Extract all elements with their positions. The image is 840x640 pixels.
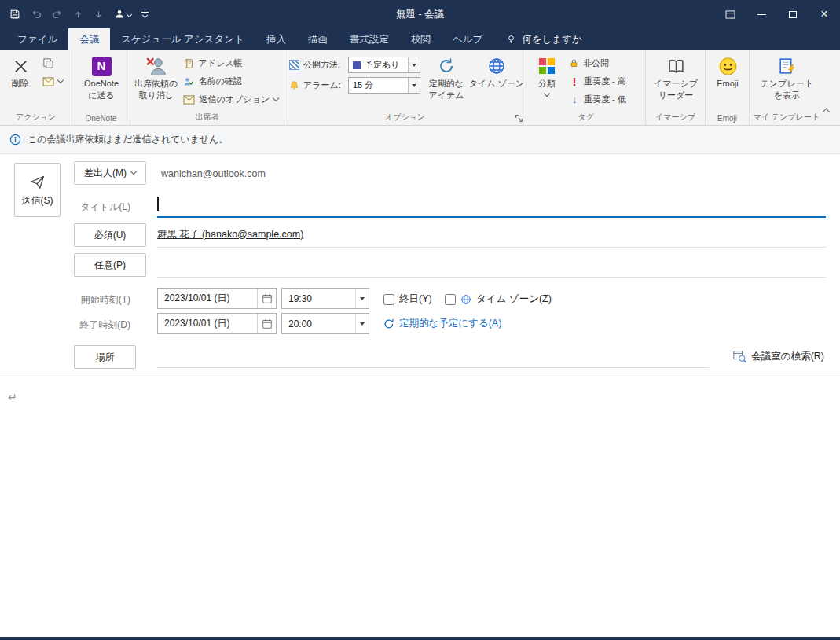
send-button[interactable]: 送信(S) bbox=[14, 163, 61, 217]
required-attendees-field[interactable]: 舞黒 花子 (hanako@sample.com) bbox=[157, 222, 826, 248]
close-icon: × bbox=[820, 8, 827, 20]
view-templates-button[interactable]: テンプレート を表示 bbox=[753, 53, 821, 101]
window-display-options-button[interactable] bbox=[714, 0, 746, 28]
tab-meeting[interactable]: 会議 bbox=[68, 28, 110, 50]
contact-button[interactable] bbox=[114, 9, 131, 20]
info-icon bbox=[9, 134, 21, 145]
tell-me-label: 何をしますか bbox=[522, 33, 581, 46]
chevron-down-icon bbox=[127, 11, 132, 17]
attendee-chip[interactable]: 舞黒 花子 (hanako@sample.com) bbox=[157, 228, 303, 241]
room-finder-icon bbox=[732, 349, 746, 363]
meeting-form: 送信(S) 差出人(M) wanichan@outlook.com タイトル(L… bbox=[0, 154, 840, 373]
arrow-down-icon bbox=[94, 9, 104, 20]
arrow-up-button[interactable] bbox=[73, 9, 83, 20]
save-button[interactable] bbox=[9, 9, 20, 20]
tab-review[interactable]: 校閲 bbox=[400, 28, 442, 50]
immersive-reader-button[interactable]: イマーシブ リーダー bbox=[649, 53, 702, 101]
ribbon-tabs: ファイル 会議 スケジュール アシスタント 挿入 描画 書式設定 校閲 ヘルプ … bbox=[0, 28, 840, 50]
immersive-reader-icon bbox=[666, 54, 686, 78]
forward-button[interactable] bbox=[39, 73, 66, 90]
maximize-icon bbox=[789, 11, 797, 18]
arrow-down-button[interactable] bbox=[94, 9, 104, 20]
response-options-button[interactable]: 返信のオプション bbox=[180, 91, 281, 108]
paragraph-return-mark: ↵ bbox=[8, 391, 17, 403]
timezone-label: タイム ゾーン(Z) bbox=[476, 292, 552, 306]
ribbon-group-options: 公開方法: 予定あり アラーム: 15 分 bbox=[284, 50, 526, 125]
make-recurring-link[interactable]: 定期的な予定にする(A) bbox=[383, 317, 501, 330]
from-value: wanichan@outlook.com bbox=[161, 168, 266, 179]
all-day-checkbox[interactable] bbox=[383, 294, 394, 305]
end-time-select[interactable]: 20:00 bbox=[281, 313, 369, 334]
recurrence-icon bbox=[437, 54, 456, 78]
copy-button[interactable] bbox=[39, 55, 66, 72]
high-importance-icon: ! bbox=[569, 75, 580, 88]
minimize-icon bbox=[757, 14, 766, 15]
ribbon-group-immersive: イマーシブ リーダー イマーシブ bbox=[646, 50, 706, 125]
tab-help[interactable]: ヘルプ bbox=[442, 28, 493, 50]
tab-format-text[interactable]: 書式設定 bbox=[339, 28, 400, 50]
customize-qat-button[interactable] bbox=[141, 12, 149, 17]
window-title: 無題 - 会議 bbox=[396, 8, 444, 21]
ribbon-group-attendees: 出席依頼の 取り消し アドレス帳 名前の確認 bbox=[130, 50, 284, 125]
recurrence-button[interactable]: 定期的な アイテム bbox=[424, 53, 469, 101]
tell-me-button[interactable]: 何をしますか bbox=[506, 28, 581, 50]
undo-button[interactable] bbox=[31, 9, 42, 20]
address-book-icon bbox=[183, 58, 194, 69]
tab-insert[interactable]: 挿入 bbox=[255, 28, 297, 50]
maximize-button[interactable] bbox=[777, 0, 809, 28]
end-date-input[interactable]: 2023/10/01 (日) bbox=[157, 313, 277, 334]
window-bottom-border bbox=[0, 637, 840, 640]
show-as-select[interactable]: 予定あり bbox=[348, 57, 420, 73]
redo-button[interactable] bbox=[52, 9, 63, 20]
location-button[interactable]: 場所 bbox=[74, 345, 136, 369]
end-date-picker-button[interactable] bbox=[257, 314, 276, 333]
end-date-value[interactable]: 2023/10/01 (日) bbox=[158, 314, 257, 333]
room-finder-button[interactable]: 会議室の検索(R) bbox=[732, 349, 824, 363]
start-time-select[interactable]: 19:30 bbox=[281, 288, 369, 309]
send-to-onenote-button[interactable]: N OneNote に送る bbox=[75, 53, 127, 101]
infobar-message: この会議出席依頼はまだ送信されていません。 bbox=[28, 133, 228, 146]
required-attendees-button[interactable]: 必須(U) bbox=[74, 223, 146, 247]
start-date-value[interactable]: 2023/10/01 (日) bbox=[158, 289, 257, 308]
minimize-button[interactable] bbox=[746, 0, 777, 28]
timezone-checkbox[interactable] bbox=[445, 294, 456, 305]
start-date-picker-button[interactable] bbox=[257, 289, 276, 308]
end-time-label: 終了時刻(D) bbox=[58, 318, 130, 332]
optional-attendees-field[interactable] bbox=[157, 252, 826, 278]
cancel-invitation-icon bbox=[145, 54, 167, 78]
low-importance-icon: ↓ bbox=[569, 94, 580, 105]
tab-draw[interactable]: 描画 bbox=[297, 28, 339, 50]
tab-scheduling-assistant[interactable]: スケジュール アシスタント bbox=[110, 28, 255, 50]
categorize-icon bbox=[539, 54, 555, 78]
busy-indicator-icon bbox=[353, 61, 361, 69]
close-button[interactable]: × bbox=[809, 0, 840, 28]
cancel-invitation-button[interactable]: 出席依頼の 取り消し bbox=[134, 53, 178, 101]
optional-attendees-button[interactable]: 任意(P) bbox=[74, 253, 146, 277]
categorize-button[interactable]: 分類 bbox=[530, 53, 564, 96]
tab-file[interactable]: ファイル bbox=[6, 28, 68, 50]
collapse-ribbon-button[interactable] bbox=[822, 104, 831, 119]
dropdown-arrow-icon bbox=[408, 78, 420, 93]
group-caption-attendees: 出席者 bbox=[130, 112, 284, 123]
emoji-button[interactable]: Emoji bbox=[709, 53, 746, 90]
dropdown-arrow-icon bbox=[408, 57, 420, 72]
time-zones-button[interactable]: タイム ゾーン bbox=[471, 53, 523, 90]
message-body-editor[interactable]: ↵ bbox=[0, 373, 840, 639]
show-as-icon bbox=[289, 60, 299, 70]
low-importance-button[interactable]: ↓ 重要度 - 低 bbox=[566, 91, 629, 108]
from-button[interactable]: 差出人(M) bbox=[74, 161, 146, 185]
delete-button[interactable]: 削除 bbox=[3, 53, 38, 90]
location-field[interactable] bbox=[157, 345, 710, 368]
high-importance-button[interactable]: ! 重要度 - 高 bbox=[566, 73, 629, 90]
private-button[interactable]: 非公開 bbox=[566, 55, 629, 72]
reminder-select[interactable]: 15 分 bbox=[348, 77, 420, 94]
group-caption-tags: タグ bbox=[526, 112, 645, 123]
reminder-label: アラーム: bbox=[303, 79, 344, 91]
check-names-button[interactable]: 名前の確認 bbox=[180, 73, 281, 90]
start-date-input[interactable]: 2023/10/01 (日) bbox=[157, 288, 277, 309]
address-book-button[interactable]: アドレス帳 bbox=[180, 55, 281, 72]
title-input[interactable] bbox=[159, 198, 827, 210]
ribbon-group-onenote: N OneNote に送る OneNote bbox=[72, 50, 130, 125]
customize-qat-icon bbox=[141, 12, 149, 17]
quick-access-toolbar bbox=[0, 9, 149, 20]
